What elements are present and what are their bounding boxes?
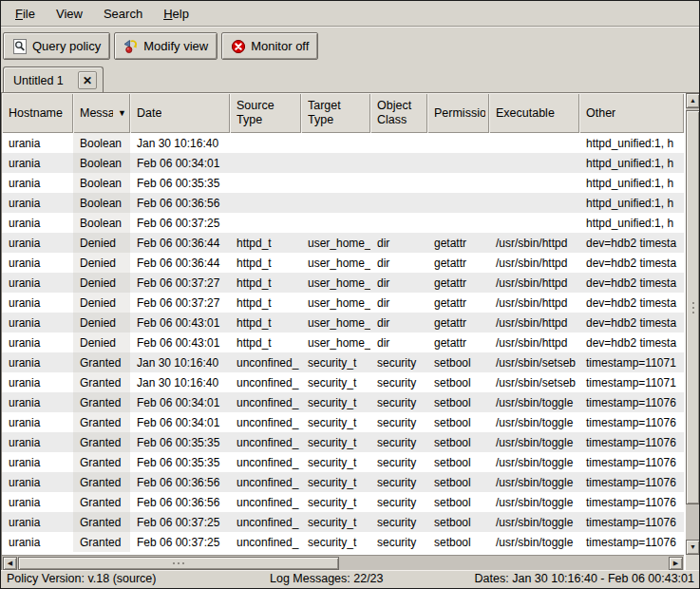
tab-untitled-1[interactable]: Untitled 1 ✕ <box>3 66 104 93</box>
cell-message: Granted <box>73 512 130 532</box>
cell-source-type: httpd_t <box>230 273 301 293</box>
column-header-permission[interactable]: Permission <box>427 93 489 133</box>
cell-object-class: security <box>370 352 427 372</box>
cell-object-class: security <box>370 532 427 552</box>
cell-hostname: urania <box>2 432 73 452</box>
cell-permission: setbool <box>427 452 489 472</box>
horizontal-scrollbar[interactable]: ◀ ▶ <box>2 555 684 570</box>
cell-executable: /usr/sbin/httpd <box>489 273 579 293</box>
cell-executable: /usr/sbin/setseb <box>489 372 579 392</box>
column-header-target-type[interactable]: Target Type <box>301 93 370 133</box>
cell-permission: setbool <box>427 472 489 492</box>
cell-message: Boolean <box>73 153 130 173</box>
cell-source-type: httpd_t <box>230 332 301 352</box>
scroll-left-button[interactable]: ◀ <box>3 557 17 570</box>
cell-source-type: httpd_t <box>230 293 301 313</box>
cell-permission: setbool <box>427 412 489 432</box>
table-row[interactable]: uraniaDeniedFeb 06 00:36:44httpd_tuser_h… <box>2 253 684 273</box>
cell-executable: /usr/sbin/toggle <box>489 412 579 432</box>
cell-date: Feb 06 00:36:56 <box>130 472 230 492</box>
cell-executable: /usr/sbin/toggle <box>489 532 579 552</box>
toolbar-modify-view-button[interactable]: Modify view <box>114 32 218 60</box>
cell-executable <box>489 133 579 153</box>
column-header-other[interactable]: Other <box>579 93 684 133</box>
table-row[interactable]: uraniaGrantedJan 30 10:16:40unconfined_s… <box>2 352 684 372</box>
vertical-scrollbar-thumb[interactable] <box>686 110 700 504</box>
column-header-executable[interactable]: Executable <box>489 93 579 133</box>
table-row[interactable]: uraniaGrantedFeb 06 00:35:35unconfined_s… <box>2 432 684 452</box>
cell-date: Jan 30 10:16:40 <box>130 352 230 372</box>
cell-message: Granted <box>73 452 130 472</box>
toolbar-button-label: Query policy <box>32 39 101 53</box>
horizontal-scrollbar-thumb[interactable] <box>18 557 339 570</box>
cell-target-type: security_t <box>301 492 370 512</box>
table-row[interactable]: uraniaDeniedFeb 06 00:43:01httpd_tuser_h… <box>2 313 684 332</box>
table-row[interactable]: uraniaGrantedFeb 06 00:36:56unconfined_s… <box>2 492 684 512</box>
column-header-label: Date <box>137 106 161 121</box>
scroll-down-button[interactable]: ▼ <box>686 540 700 555</box>
cell-date: Jan 30 10:16:40 <box>130 372 230 392</box>
cell-source-type <box>230 133 301 153</box>
table-row[interactable]: uraniaGrantedJan 30 10:16:40unconfined_s… <box>2 372 684 392</box>
cell-executable: /usr/sbin/setseb <box>489 352 579 372</box>
table-row[interactable]: uraniaGrantedFeb 06 00:36:56unconfined_s… <box>2 472 684 492</box>
cell-hostname: urania <box>2 332 73 352</box>
cell-source-type: httpd_t <box>230 233 301 253</box>
cell-hostname: urania <box>2 153 73 173</box>
cell-other: dev=hdb2 timesta <box>579 313 684 332</box>
cell-date: Feb 06 00:43:01 <box>130 332 230 352</box>
cell-object-class <box>370 213 427 233</box>
toolbar-query-policy-button[interactable]: Query policy <box>3 32 110 60</box>
menu-help[interactable]: Help <box>153 2 199 26</box>
tab-close-button[interactable]: ✕ <box>78 71 97 89</box>
column-header-date[interactable]: Date <box>130 93 230 133</box>
cell-source-type: unconfined_ <box>230 372 301 392</box>
cell-target-type: security_t <box>301 512 370 532</box>
thumb-grip-icon <box>172 561 185 565</box>
table-row[interactable]: uraniaBooleanJan 30 10:16:40httpd_unifie… <box>2 133 684 153</box>
column-header-hostname[interactable]: Hostname <box>2 93 73 133</box>
cell-hostname: urania <box>2 213 73 233</box>
column-header-source-type[interactable]: Source Type <box>230 93 301 133</box>
table-row[interactable]: uraniaGrantedFeb 06 00:34:01unconfined_s… <box>2 392 684 412</box>
cell-hostname: urania <box>2 233 73 253</box>
scroll-right-button[interactable]: ▶ <box>669 557 683 570</box>
cell-executable: /usr/sbin/toggle <box>489 492 579 512</box>
cell-source-type: unconfined_ <box>230 392 301 412</box>
table-row[interactable]: uraniaDeniedFeb 06 00:43:01httpd_tuser_h… <box>2 332 684 352</box>
cell-date: Feb 06 00:37:25 <box>130 532 230 552</box>
toolbar-monitor-off-button[interactable]: Monitor off <box>221 32 318 60</box>
cell-message: Denied <box>73 253 130 273</box>
cell-message: Granted <box>73 472 130 492</box>
cell-object-class: dir <box>370 293 427 313</box>
table-row[interactable]: uraniaDeniedFeb 06 00:37:27httpd_tuser_h… <box>2 293 684 313</box>
column-header-message[interactable]: Messa▼ <box>73 93 130 133</box>
table-row[interactable]: uraniaBooleanFeb 06 00:36:56httpd_unifie… <box>2 193 684 213</box>
table-row[interactable]: uraniaBooleanFeb 06 00:34:01httpd_unifie… <box>2 153 684 173</box>
cell-target-type <box>301 193 370 213</box>
menu-search[interactable]: Search <box>93 2 153 26</box>
scroll-up-button[interactable]: ▲ <box>686 93 700 108</box>
table-row[interactable]: uraniaGrantedFeb 06 00:34:01unconfined_s… <box>2 412 684 432</box>
cell-other: timestamp=11076 <box>579 412 684 432</box>
menu-view[interactable]: View <box>46 2 93 26</box>
cell-message: Granted <box>73 352 130 372</box>
cell-date: Jan 30 10:16:40 <box>130 133 230 153</box>
table-row[interactable]: uraniaGrantedFeb 06 00:35:35unconfined_s… <box>2 452 684 472</box>
menu-file[interactable]: File <box>5 2 46 26</box>
table-row[interactable]: uraniaBooleanFeb 06 00:35:35httpd_unifie… <box>2 173 684 193</box>
column-header-label: Target Type <box>308 99 367 127</box>
table-row[interactable]: uraniaGrantedFeb 06 00:37:25unconfined_s… <box>2 512 684 532</box>
cell-message: Boolean <box>73 173 130 193</box>
cell-source-type: unconfined_ <box>230 352 301 372</box>
table-row[interactable]: uraniaBooleanFeb 06 00:37:25httpd_unifie… <box>2 213 684 233</box>
table-row[interactable]: uraniaGrantedFeb 06 00:37:25unconfined_s… <box>2 532 684 552</box>
column-header-object-class[interactable]: Object Class <box>370 93 427 133</box>
cell-hostname: urania <box>2 392 73 412</box>
cell-source-type: unconfined_ <box>230 412 301 432</box>
cell-permission: setbool <box>427 392 489 412</box>
vertical-scrollbar[interactable]: ▲ ▼ <box>686 93 700 555</box>
table-row[interactable]: uraniaDeniedFeb 06 00:37:27httpd_tuser_h… <box>2 273 684 293</box>
cell-target-type: security_t <box>301 352 370 372</box>
table-row[interactable]: uraniaDeniedFeb 06 00:36:44httpd_tuser_h… <box>2 233 684 253</box>
